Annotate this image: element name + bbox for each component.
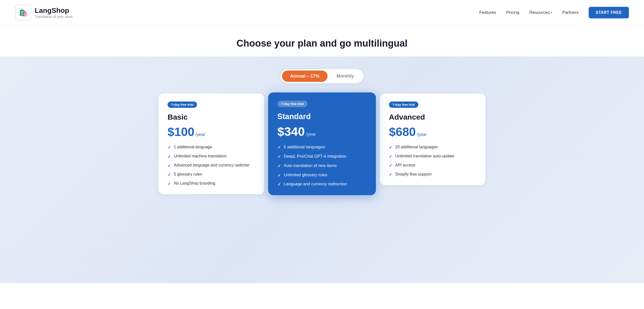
check-icon: ✓	[389, 154, 392, 159]
feature-text: API access	[395, 163, 415, 167]
check-icon: ✓	[168, 154, 171, 159]
plan-name-advanced: Advanced	[389, 113, 476, 121]
features-list-standard: ✓ 5 additional languages ✓ DeepL Pro/Cha…	[277, 145, 367, 187]
price-amount-standard: $340	[277, 125, 305, 139]
plan-price-standard: $340 /year	[277, 125, 367, 139]
feature-text: 1 additional language	[174, 145, 212, 149]
monthly-toggle-button[interactable]: Monthly	[329, 71, 362, 82]
nav-features[interactable]: Features	[479, 10, 496, 15]
feature-text: Unlimited translation auto-update	[395, 154, 454, 158]
free-trial-badge-advanced: 7-day free trial	[389, 101, 418, 108]
feature-text: No LangShop branding	[174, 181, 215, 186]
check-icon: ✓	[389, 163, 392, 168]
logo-area: 🛍️ LangShop Translation of your store	[15, 5, 72, 21]
nav-pricing[interactable]: Pricing	[506, 10, 519, 15]
feature-item: ✓ DeepL Pro/Chat GPT-4 integration	[277, 154, 367, 159]
hero-title: Choose your plan and go multilingual	[5, 38, 639, 49]
free-trial-badge-basic: 7-day free trial	[168, 101, 197, 108]
feature-item: ✓ Shopify flow support	[389, 172, 476, 177]
feature-item: ✓ 5 glossary rules	[168, 172, 255, 177]
plan-name-standard: Standard	[277, 112, 367, 121]
check-icon: ✓	[168, 145, 171, 150]
check-icon: ✓	[277, 173, 281, 178]
feature-item: ✓ Advanced language and currency switche…	[168, 163, 255, 168]
plan-price-advanced: $680 /year	[389, 125, 476, 139]
feature-text: 20 additional languages	[395, 145, 438, 149]
plans-container: 7-day free trialBasic $100 /year ✓ 1 add…	[146, 93, 498, 194]
check-icon: ✓	[277, 145, 281, 150]
price-period-standard: /year	[306, 132, 316, 137]
logo-tagline: Translation of your store	[35, 15, 72, 19]
feature-text: Unlimited machine translation	[174, 154, 227, 158]
billing-toggle-pill: Annual – 17% Monthly	[280, 69, 364, 83]
check-icon: ✓	[389, 145, 392, 150]
feature-text: Unlimited glossary rules	[284, 173, 327, 177]
plan-name-basic: Basic	[168, 113, 255, 121]
features-list-advanced: ✓ 20 additional languages ✓ Unlimited tr…	[389, 145, 476, 177]
feature-item: ✓ Unlimited machine translation	[168, 154, 255, 159]
feature-item: ✓ 1 additional language	[168, 145, 255, 150]
feature-text: Advanced language and currency switcher	[174, 163, 250, 167]
start-free-button[interactable]: START FREE	[589, 7, 629, 18]
feature-item: ✓ Language and currency redirection	[277, 182, 367, 187]
feature-text: DeepL Pro/Chat GPT-4 integration	[284, 154, 346, 159]
logo-icon: 🛍️	[15, 5, 31, 21]
feature-item: ✓ Auto-translation of new items	[277, 163, 367, 168]
plan-card-advanced: 7-day free trialAdvanced $680 /year ✓ 20…	[380, 93, 486, 185]
nav-partners[interactable]: Partners	[562, 10, 578, 15]
price-period-basic: /year	[195, 132, 206, 137]
nav-resources[interactable]: Resources ▾	[529, 10, 552, 15]
feature-item: ✓ No LangShop branding	[168, 181, 255, 186]
check-icon: ✓	[389, 172, 392, 177]
plan-card-basic: 7-day free trialBasic $100 /year ✓ 1 add…	[158, 93, 264, 194]
billing-toggle-container: Annual – 17% Monthly	[15, 69, 629, 83]
feature-item: ✓ 20 additional languages	[389, 145, 476, 150]
feature-item: ✓ 5 additional languages	[277, 145, 367, 150]
price-amount-basic: $100	[168, 125, 194, 139]
free-trial-badge-standard: 7-day free trial	[277, 101, 307, 107]
feature-text: Language and currency redirection	[284, 182, 347, 186]
feature-text: 5 glossary rules	[174, 172, 202, 177]
feature-text: Auto-translation of new items	[284, 163, 337, 168]
check-icon: ✓	[277, 154, 281, 159]
resources-caret-icon: ▾	[551, 11, 552, 14]
header: 🛍️ LangShop Translation of your store Fe…	[0, 0, 644, 25]
logo-text-block: LangShop Translation of your store	[35, 7, 72, 19]
check-icon: ✓	[277, 164, 281, 168]
feature-text: 5 additional languages	[284, 145, 325, 149]
logo-name: LangShop	[35, 7, 72, 15]
feature-item: ✓ API access	[389, 163, 476, 168]
features-list-basic: ✓ 1 additional language ✓ Unlimited mach…	[168, 145, 255, 186]
price-amount-advanced: $680	[389, 125, 416, 139]
annual-toggle-button[interactable]: Annual – 17%	[282, 71, 328, 82]
main-nav: Features Pricing Resources ▾ Partners ST…	[479, 7, 629, 18]
plan-card-standard: 7-day free trialStandard $340 /year ✓ 5 …	[268, 92, 376, 195]
check-icon: ✓	[168, 181, 171, 186]
plan-price-basic: $100 /year	[168, 125, 255, 139]
check-icon: ✓	[168, 172, 171, 177]
hero-section: Choose your plan and go multilingual	[0, 25, 644, 56]
feature-item: ✓ Unlimited translation auto-update	[389, 154, 476, 159]
price-period-advanced: /year	[417, 132, 427, 137]
feature-text: Shopify flow support	[395, 172, 431, 177]
pricing-section: Annual – 17% Monthly 7-day free trialBas…	[0, 56, 644, 283]
feature-item: ✓ Unlimited glossary rules	[277, 173, 367, 178]
check-icon: ✓	[277, 182, 281, 187]
check-icon: ✓	[168, 163, 171, 168]
